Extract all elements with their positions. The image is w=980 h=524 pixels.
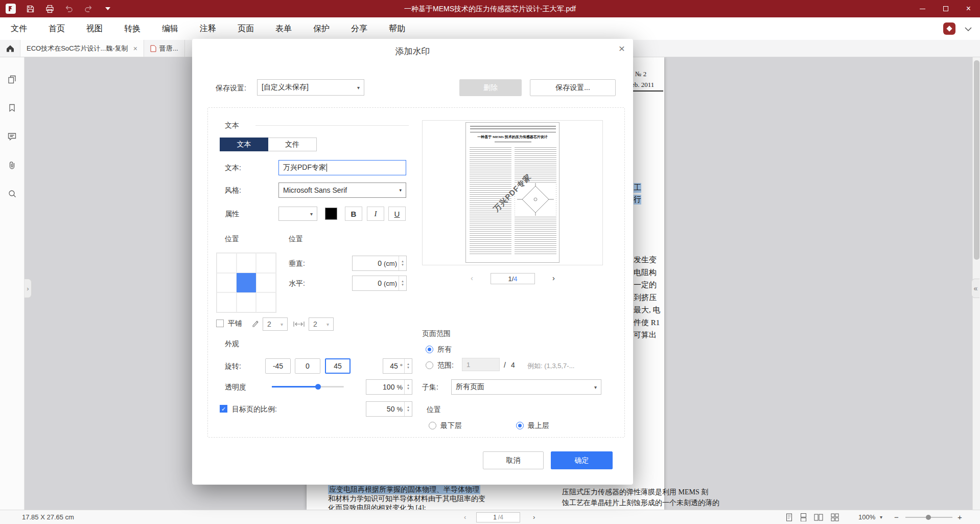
- zoom-level[interactable]: 100%: [858, 510, 875, 524]
- minimize-button[interactable]: [911, 0, 934, 17]
- rotate-angle-spinner[interactable]: 45 ° ▲▼: [383, 358, 412, 374]
- menu-help[interactable]: 帮助: [378, 17, 416, 40]
- continuous-view-icon[interactable]: [798, 513, 808, 521]
- grid-cell-selected[interactable]: [237, 273, 256, 293]
- opacity-slider[interactable]: [272, 386, 344, 388]
- doc-fragment: 一定的: [634, 280, 657, 290]
- subset-dropdown[interactable]: 所有页面 ▾: [451, 379, 601, 395]
- menu-protect[interactable]: 保护: [302, 17, 340, 40]
- menu-page[interactable]: 页面: [227, 17, 265, 40]
- tab-close-icon[interactable]: ×: [133, 44, 137, 53]
- cancel-button[interactable]: 取消: [483, 451, 544, 469]
- zoom-out-icon[interactable]: −: [894, 510, 899, 524]
- vertical-offset-spinner[interactable]: 0 (cm) ▲▼: [352, 256, 407, 271]
- layer-bottom-radio[interactable]: [429, 422, 436, 429]
- spinner-arrows[interactable]: ▲▼: [404, 402, 412, 416]
- rotate-plus45-button[interactable]: 45: [325, 358, 351, 374]
- menu-comment[interactable]: 注释: [189, 17, 227, 40]
- spinner-arrows[interactable]: ▲▼: [399, 256, 406, 270]
- menu-convert[interactable]: 转换: [113, 17, 151, 40]
- tile-columns-dropdown[interactable]: 2 ▾: [263, 317, 288, 331]
- opacity-spinner[interactable]: 100 % ▲▼: [366, 379, 412, 395]
- thumbnails-icon[interactable]: [3, 72, 21, 87]
- document-tab-2[interactable]: 晋唐...: [144, 40, 185, 57]
- right-panel-expand-handle[interactable]: «: [971, 279, 979, 298]
- two-page-view-icon[interactable]: [813, 513, 824, 521]
- ribbon-collapse-icon[interactable]: [965, 24, 972, 33]
- comments-icon[interactable]: [3, 129, 21, 144]
- underline-button[interactable]: U: [388, 207, 406, 221]
- next-page-icon[interactable]: ›: [533, 510, 535, 524]
- font-size-dropdown[interactable]: ▾: [278, 207, 317, 221]
- spinner-arrows[interactable]: ▲▼: [399, 276, 406, 290]
- zoom-slider-handle[interactable]: [926, 515, 931, 520]
- save-settings-button[interactable]: 保存设置...: [530, 79, 616, 96]
- bold-button[interactable]: B: [345, 207, 362, 221]
- spinner-arrows[interactable]: ▲▼: [404, 380, 412, 394]
- menu-home[interactable]: 首页: [38, 17, 76, 40]
- promo-icon[interactable]: [943, 22, 955, 35]
- tile-rows-dropdown[interactable]: 2 ▾: [309, 317, 334, 331]
- left-panel-expand-handle[interactable]: ›: [25, 279, 32, 298]
- layer-top-radio[interactable]: [516, 422, 524, 429]
- quad-view-icon[interactable]: [830, 513, 840, 521]
- range-radio[interactable]: [426, 361, 433, 369]
- zoom-in-icon[interactable]: +: [958, 510, 962, 524]
- scale-spinner[interactable]: 50 % ▲▼: [366, 401, 412, 417]
- scale-checkbox[interactable]: ✓: [220, 405, 227, 413]
- attachments-icon[interactable]: [3, 157, 21, 173]
- save-icon[interactable]: [25, 3, 36, 14]
- subset-value: 所有页面: [456, 382, 484, 392]
- zoom-slider[interactable]: [905, 517, 952, 518]
- tab-text[interactable]: 文本: [220, 138, 268, 151]
- preview-next-icon[interactable]: ›: [552, 274, 555, 282]
- preview-page-indicator[interactable]: 1/4: [491, 273, 535, 284]
- menu-view[interactable]: 视图: [76, 17, 113, 40]
- rotate-minus45-button[interactable]: -45: [265, 358, 291, 374]
- toolbar-customize-icon[interactable]: [102, 3, 113, 14]
- menu-file[interactable]: 文件: [0, 17, 38, 40]
- preview-prev-icon[interactable]: ‹: [471, 274, 473, 282]
- grid-cell[interactable]: [256, 292, 276, 312]
- menu-edit[interactable]: 编辑: [151, 17, 189, 40]
- print-icon[interactable]: [44, 3, 55, 14]
- tab-file[interactable]: 文件: [268, 138, 317, 151]
- menu-share[interactable]: 分享: [340, 17, 378, 40]
- grid-cell[interactable]: [237, 292, 256, 312]
- opacity-unit: %: [396, 383, 404, 391]
- spinner-arrows[interactable]: ▲▼: [404, 359, 412, 373]
- grid-cell[interactable]: [217, 253, 237, 273]
- single-page-view-icon[interactable]: [784, 513, 794, 521]
- ok-button[interactable]: 确定: [551, 451, 613, 469]
- italic-button[interactable]: I: [367, 207, 384, 221]
- home-tab-icon[interactable]: [0, 40, 20, 57]
- maximize-button[interactable]: [934, 0, 957, 17]
- grid-cell[interactable]: [237, 253, 256, 273]
- bookmarks-icon[interactable]: [3, 100, 21, 116]
- font-family-dropdown[interactable]: Microsoft Sans Serif ▾: [278, 183, 406, 198]
- menu-form[interactable]: 表单: [265, 17, 302, 40]
- saved-settings-dropdown[interactable]: [自定义未保存] ▾: [257, 79, 364, 96]
- horizontal-offset-spinner[interactable]: 0 (cm) ▲▼: [352, 276, 407, 291]
- undo-icon[interactable]: [63, 3, 75, 14]
- anchor-position-grid[interactable]: [216, 253, 276, 313]
- prev-page-icon[interactable]: ‹: [464, 510, 466, 524]
- document-tab-1[interactable]: ECO技术在SoC芯片设计...魏-复制 ×: [20, 40, 144, 57]
- watermark-text-input[interactable]: 万兴PDF专家: [278, 160, 406, 175]
- all-pages-radio[interactable]: [426, 346, 433, 353]
- grid-cell[interactable]: [217, 273, 237, 293]
- scrollbar-thumb[interactable]: [974, 60, 979, 260]
- grid-cell[interactable]: [256, 273, 276, 293]
- search-icon[interactable]: [3, 186, 21, 201]
- rotate-zero-button[interactable]: 0: [295, 358, 320, 374]
- tile-checkbox[interactable]: [216, 320, 224, 327]
- zoom-dropdown-icon[interactable]: ▾: [880, 510, 882, 524]
- dialog-close-icon[interactable]: ×: [619, 43, 625, 54]
- grid-cell[interactable]: [256, 253, 276, 273]
- grid-cell[interactable]: [217, 292, 237, 312]
- slider-handle[interactable]: [315, 384, 321, 390]
- page-number-input[interactable]: 1 /4: [476, 512, 520, 522]
- close-button[interactable]: ×: [957, 0, 980, 17]
- font-color-swatch[interactable]: [325, 208, 337, 220]
- redo-icon[interactable]: [83, 3, 94, 14]
